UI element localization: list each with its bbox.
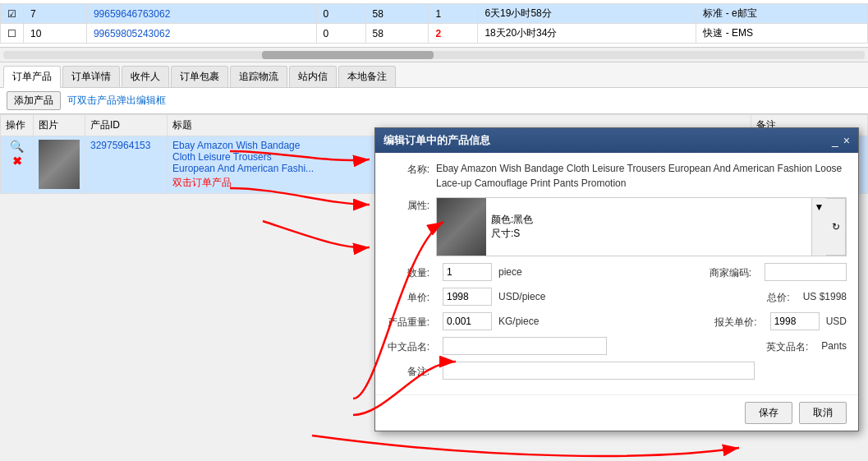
action-bar: 添加产品 可双击产品弹出编辑框 bbox=[0, 88, 868, 114]
top-order-table-area: ☑ 7 99659646763062 0 58 1 6天19小时58分 标准 -… bbox=[0, 0, 868, 48]
product-title-line1[interactable]: Ebay Amazon Wish Bandage bbox=[172, 140, 300, 151]
dialog-title: 编辑订单中的产品信息 bbox=[383, 133, 490, 148]
price-total-row: 单价: USD/piece 总价: US $1998 bbox=[387, 288, 847, 306]
tab-recipient[interactable]: 收件人 bbox=[122, 66, 169, 87]
names-row: 中文品名: 英文品名: Pants bbox=[387, 337, 847, 355]
note-label: 备注: bbox=[387, 363, 436, 379]
seller-code-input[interactable] bbox=[765, 263, 847, 281]
scroll-thumb[interactable] bbox=[262, 51, 434, 59]
tab-message[interactable]: 站内信 bbox=[289, 66, 337, 87]
customs-price-label: 报关单价: bbox=[714, 314, 764, 330]
col-header-ops: 操作 bbox=[1, 115, 34, 136]
col-header-img: 图片 bbox=[34, 115, 85, 136]
name-label: 名称: bbox=[387, 161, 436, 177]
delete-icon[interactable]: ✖ bbox=[12, 154, 22, 168]
dialog-title-bar: 编辑订单中的产品信息 _ × bbox=[375, 128, 858, 153]
product-id-link[interactable]: 32975964153 bbox=[90, 140, 150, 151]
note-row: 备注: bbox=[387, 362, 847, 380]
col-header-id: 产品ID bbox=[85, 115, 168, 136]
qty-seller-row: 数量: piece 商家编码: bbox=[387, 263, 847, 281]
tab-order-product[interactable]: 订单产品 bbox=[3, 66, 61, 88]
customs-price-input[interactable] bbox=[770, 312, 820, 330]
row-qty: 2 bbox=[429, 24, 478, 44]
row-shipping: 标准 - e邮宝 bbox=[696, 4, 868, 24]
minimize-button[interactable]: _ bbox=[832, 134, 838, 147]
row-col2: 58 bbox=[365, 4, 429, 24]
weight-label: 产品重量: bbox=[387, 314, 436, 330]
attr-scroll-down[interactable]: ▼ bbox=[811, 198, 826, 256]
add-product-button[interactable]: 添加产品 bbox=[7, 91, 61, 110]
product-image-cell bbox=[34, 136, 85, 194]
qty-input[interactable] bbox=[443, 263, 492, 281]
product-thumbnail bbox=[39, 140, 80, 189]
weight-customs-row: 产品重量: KG/piece 报关单价: USD bbox=[387, 312, 847, 330]
cancel-button[interactable]: 取消 bbox=[799, 402, 847, 424]
product-id-cell: 32975964153 bbox=[85, 136, 168, 194]
row-num: 10 bbox=[24, 24, 87, 44]
dialog-title-buttons: _ × bbox=[832, 134, 850, 147]
tab-local-note[interactable]: 本地备注 bbox=[338, 66, 396, 87]
weight-unit: KG/piece bbox=[498, 316, 539, 327]
total-label: 总价: bbox=[747, 289, 797, 305]
name-value: Ebay Amazon Wish Bandage Cloth Leisure T… bbox=[436, 161, 847, 191]
attr-label: 属性: bbox=[387, 197, 436, 213]
row-col2: 58 bbox=[365, 24, 429, 44]
unit-price-input[interactable] bbox=[443, 288, 492, 306]
english-name-label: 英文品名: bbox=[765, 339, 815, 354]
edit-product-dialog: 编辑订单中的产品信息 _ × 名称: Ebay Amazon Wish Band… bbox=[374, 127, 859, 431]
thumbnail-placeholder bbox=[39, 140, 80, 189]
attr-text-area: 颜色:黑色 尺寸:S bbox=[486, 198, 811, 256]
total-value: US $1998 bbox=[803, 291, 847, 302]
row-col1: 0 bbox=[316, 24, 365, 44]
row-qty: 1 bbox=[429, 4, 478, 24]
row-time: 6天19小时58分 bbox=[478, 4, 696, 24]
close-button[interactable]: × bbox=[843, 134, 850, 147]
tabs-bar: 订单产品 订单详情 收件人 订单包裹 追踪物流 站内信 本地备注 bbox=[0, 62, 868, 88]
order-table: ☑ 7 99659646763062 0 58 1 6天19小时58分 标准 -… bbox=[0, 3, 868, 44]
note-input[interactable] bbox=[443, 362, 755, 380]
row-col1: 0 bbox=[316, 4, 365, 24]
row-time: 18天20小时34分 bbox=[478, 24, 696, 44]
scroll-track[interactable] bbox=[3, 51, 865, 59]
row-order-id: 99659646763062 bbox=[86, 4, 316, 24]
seller-code-label: 商家编码: bbox=[709, 265, 758, 280]
unit-price-unit: USD/piece bbox=[498, 291, 545, 302]
horizontal-scrollbar[interactable] bbox=[0, 48, 868, 62]
edit-hint: 可双击产品弹出编辑框 bbox=[67, 94, 166, 108]
name-row: 名称: Ebay Amazon Wish Bandage Cloth Leisu… bbox=[387, 161, 847, 191]
attr-color: 颜色:黑色 bbox=[491, 213, 806, 227]
qty-unit: piece bbox=[498, 266, 522, 278]
row-shipping: 快速 - EMS bbox=[696, 24, 868, 44]
qty-label: 数量: bbox=[387, 265, 436, 280]
customs-price-unit: USD bbox=[826, 316, 847, 327]
row-order-id: 99659805243062 bbox=[86, 24, 316, 44]
product-title-line2[interactable]: Cloth Leisure Trousers bbox=[172, 151, 272, 163]
dialog-footer: 保存 取消 bbox=[375, 394, 858, 431]
unit-price-label: 单价: bbox=[387, 289, 436, 305]
attr-thumbnail bbox=[437, 198, 486, 256]
tab-track-logistics[interactable]: 追踪物流 bbox=[230, 66, 287, 87]
ops-cell: 🔍 ✖ bbox=[1, 136, 34, 194]
row-num: 7 bbox=[24, 4, 87, 24]
row-checkbox[interactable]: ☑ bbox=[1, 4, 24, 24]
table-row[interactable]: ☐ 10 99659805243062 0 58 2 18天20小时34分 快速… bbox=[1, 24, 868, 44]
chinese-name-label: 中文品名: bbox=[387, 339, 436, 354]
tab-order-package[interactable]: 订单包裹 bbox=[171, 66, 228, 87]
attr-row: 属性: 颜色:黑色 尺寸:S ▼ ↻ bbox=[387, 197, 847, 256]
dialog-body: 名称: Ebay Amazon Wish Bandage Cloth Leisu… bbox=[375, 153, 858, 394]
weight-input[interactable] bbox=[443, 312, 492, 330]
tab-order-detail[interactable]: 订单详情 bbox=[62, 66, 120, 87]
attr-size: 尺寸:S bbox=[491, 227, 806, 241]
attr-refresh-button[interactable]: ↻ bbox=[826, 198, 846, 256]
english-name-value: Pants bbox=[821, 340, 847, 352]
row-checkbox[interactable]: ☐ bbox=[1, 24, 24, 44]
table-row[interactable]: ☑ 7 99659646763062 0 58 1 6天19小时58分 标准 -… bbox=[1, 4, 868, 24]
product-title-line3[interactable]: European And American Fashi... bbox=[172, 163, 314, 174]
save-button[interactable]: 保存 bbox=[745, 402, 792, 424]
chinese-name-input[interactable] bbox=[443, 337, 607, 355]
attr-area: 颜色:黑色 尺寸:S ▼ ↻ bbox=[436, 197, 847, 256]
search-icon[interactable]: 🔍 bbox=[10, 140, 24, 153]
